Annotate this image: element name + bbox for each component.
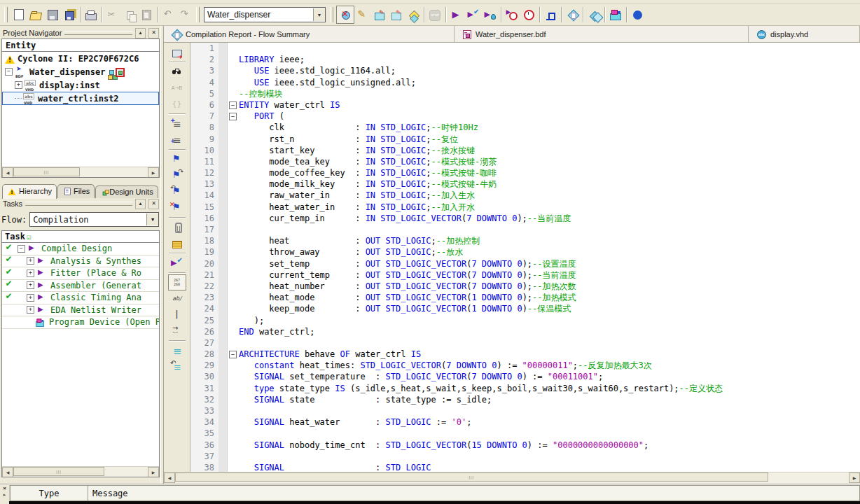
tab-files[interactable]: Files (57, 184, 95, 198)
chevron-down-icon[interactable]: ▼ (146, 214, 158, 225)
analysis-synthesis-button[interactable] (465, 6, 482, 23)
code-line[interactable]: 38 SIGNAL : STD_LOGIC (190, 462, 860, 472)
programmer-button[interactable] (607, 6, 624, 23)
tree-item[interactable]: Cyclone II: EP2C70F672C6 (2, 52, 159, 65)
expand-icon[interactable]: + (27, 294, 34, 302)
type-column-header[interactable]: Type (10, 485, 88, 501)
decrease-indent-button[interactable] (168, 132, 186, 148)
code-line[interactable]: 6−ENTITY water_ctrl IS (190, 99, 860, 111)
insert-template-button[interactable] (168, 235, 186, 251)
scroll-left-button[interactable]: ◀ (164, 472, 175, 483)
code-line[interactable]: 19 throw_away : OUT STD_LOGIC;--放水 (190, 246, 860, 258)
previous-bookmark-button[interactable] (168, 183, 186, 200)
attach-button[interactable] (168, 219, 186, 235)
task-row[interactable]: +Fitter (Place & Ro (2, 267, 159, 280)
task-row[interactable]: +Assembler (Generat (2, 280, 159, 293)
tasks-hscrollbar[interactable]: ◀ ||| ▶ (2, 466, 159, 477)
code-line[interactable]: 21 current_temp : OUT STD_LOGIC_VECTOR(7… (190, 270, 860, 281)
clear-bookmarks-button[interactable] (168, 200, 186, 216)
editor-margin[interactable] (219, 65, 228, 76)
code-line[interactable]: 11 mode_tea_key : IN STD_LOGIC;--模式按键-沏茶 (190, 156, 860, 167)
collapse-icon[interactable]: − (5, 68, 13, 76)
rtl-viewer-button[interactable] (585, 6, 602, 23)
editor-margin[interactable] (219, 360, 228, 371)
editor-margin[interactable] (219, 394, 228, 405)
task-row[interactable]: +Analysis & Synthes (2, 255, 159, 268)
document-tab-bdf[interactable]: Water_dispenser.bdf (455, 26, 749, 42)
start-fitter-button[interactable] (482, 6, 499, 23)
compilation-report-button[interactable] (564, 6, 581, 23)
toolbar-grip[interactable] (196, 7, 200, 22)
chevron-down-icon[interactable]: ▼ (313, 8, 325, 21)
code-line[interactable]: 34 SIGNAL heat_water : STD_LOGIC := '0'; (190, 416, 860, 428)
fold-collapse-icon[interactable]: − (229, 351, 237, 358)
code-line[interactable]: 28−ARCHITECTURE behave OF water_ctrl IS (190, 349, 860, 360)
editor-margin[interactable] (219, 315, 228, 326)
simulator-button[interactable] (542, 6, 559, 23)
expand-icon[interactable]: + (15, 81, 22, 89)
scroll-track[interactable]: ||| (175, 472, 849, 484)
chip-planner-button[interactable] (388, 6, 405, 23)
editor-margin[interactable] (219, 77, 228, 88)
help-button[interactable] (629, 6, 646, 23)
tab-hierarchy[interactable]: Hierarchy (2, 184, 57, 199)
editor-margin[interactable] (219, 43, 228, 54)
chevron-right-icon[interactable]: ▸ (4, 492, 6, 498)
editor-margin[interactable] (219, 145, 228, 156)
task-row[interactable]: −Compile Design (2, 243, 159, 255)
tabs-to-spaces-button[interactable] (168, 323, 186, 339)
editor-margin[interactable] (219, 213, 228, 224)
code-line[interactable]: 16 cur_temp_in : IN STD_LOGIC_VECTOR(7 D… (190, 213, 860, 224)
pin-planner-button[interactable] (371, 6, 388, 23)
collapse-panel-button[interactable]: ▴ (135, 199, 146, 209)
undo-button[interactable] (160, 6, 176, 23)
find-button[interactable] (168, 64, 186, 80)
toolbar-grip[interactable] (4, 7, 8, 22)
start-compilation-button[interactable] (448, 6, 465, 23)
editor-margin[interactable] (219, 292, 228, 303)
editor-margin[interactable] (219, 134, 228, 145)
entity-combobox[interactable]: Water_dispenser▼ (204, 7, 326, 22)
entity-column-header[interactable]: Entity (2, 39, 159, 52)
navigator-hscrollbar[interactable]: ◀ ||| ▶ (2, 167, 159, 177)
code-line[interactable]: 3 USE ieee.std_logic_1164.all; (190, 65, 860, 76)
scroll-thumb[interactable]: ||| (175, 472, 768, 482)
assignment-editor-button[interactable] (354, 6, 371, 23)
code-line[interactable]: 33 (190, 405, 860, 416)
increase-indent-button[interactable] (168, 115, 186, 132)
task-row[interactable]: Program Device (Open P (2, 316, 159, 329)
scroll-thumb[interactable]: ||| (13, 167, 80, 176)
editor-margin[interactable] (219, 428, 228, 439)
code-line[interactable]: 2LIBRARY ieee; (190, 54, 860, 65)
editor-margin[interactable] (219, 258, 228, 270)
editor-margin[interactable] (219, 235, 228, 246)
scroll-right-button[interactable]: ▶ (849, 472, 860, 483)
code-line[interactable]: 23 heat_mode : OUT STD_LOGIC_VECTOR(1 DO… (190, 292, 860, 303)
code-line[interactable]: 24 keep_mode : OUT STD_LOGIC_VECTOR(1 DO… (190, 303, 860, 314)
stop-button[interactable]: STOP (426, 6, 443, 23)
save-button[interactable] (44, 6, 61, 23)
save-all-button[interactable] (61, 6, 78, 23)
syntax-coloring-button[interactable]: ab/ (168, 290, 186, 307)
scroll-left-button[interactable]: ◀ (2, 467, 13, 477)
code-line[interactable]: 17 (190, 224, 860, 235)
replace-button[interactable]: A→B (168, 80, 186, 96)
editor-margin[interactable] (219, 337, 228, 349)
editor-margin[interactable] (219, 224, 228, 235)
expand-icon[interactable]: + (27, 270, 34, 277)
fold-collapse-icon[interactable]: − (229, 113, 237, 120)
task-row[interactable]: +Classic Timing Ana (2, 292, 159, 304)
insert-bookmark-button[interactable] (168, 151, 186, 167)
editor-margin[interactable] (219, 111, 228, 122)
code-line[interactable]: 32 SIGNAL state : state_type := s_idle; (190, 394, 860, 405)
code-line[interactable]: 7− PORT ( (190, 111, 860, 122)
analyze-current-file-button[interactable] (168, 255, 186, 271)
task-column-header[interactable]: Task (2, 231, 159, 243)
code-line[interactable]: 37 (190, 451, 860, 462)
code-line[interactable]: 30 SIGNAL set_temperature : STD_LOGIC_VE… (190, 371, 860, 382)
code-line[interactable]: 15 heat_water_in : IN STD_LOGIC;--加入开水 (190, 202, 860, 213)
code-line[interactable]: 8 clk : IN STD_LOGIC;--时钟10Hz (190, 122, 860, 133)
editor-margin[interactable] (219, 281, 228, 292)
code-line[interactable]: 22 heat_number : OUT STD_LOGIC_VECTOR(7 … (190, 281, 860, 292)
editor-margin[interactable] (219, 246, 228, 258)
